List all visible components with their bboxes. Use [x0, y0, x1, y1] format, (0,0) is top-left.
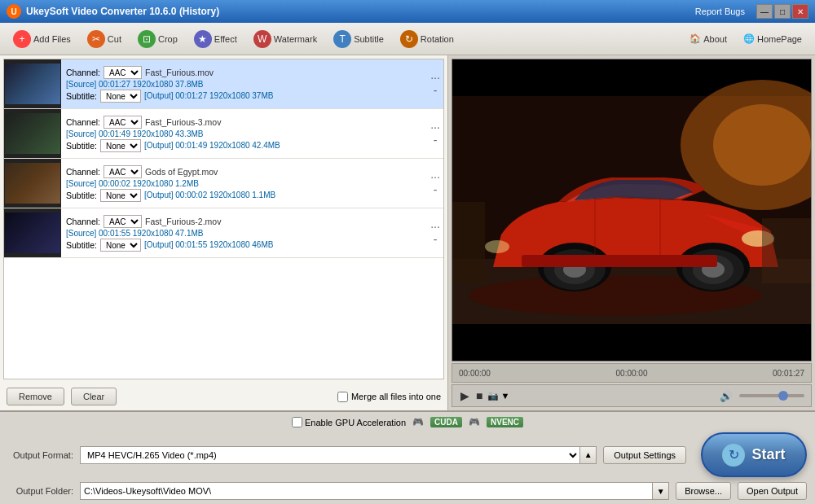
open-output-button[interactable]: Open Output — [738, 482, 807, 500]
remove-item-4[interactable]: - — [434, 234, 438, 245]
cut-button[interactable]: ✂ Cut — [81, 28, 128, 50]
watermark-button[interactable]: W Watermark — [247, 28, 324, 50]
effect-button[interactable]: ★ Effect — [187, 28, 244, 50]
channel-label-3: Channel: — [66, 167, 100, 177]
gpu-checkbox-label[interactable]: Enable GPU Acceleration — [292, 417, 406, 427]
format-select-container: MP4 HEVC/H.265 Video (*.mp4) ▲ — [80, 446, 597, 464]
app-title: UkeySoft Video Converter 10.6.0 (History… — [26, 6, 695, 17]
folder-arrow-button[interactable]: ▼ — [653, 482, 669, 500]
table-row[interactable]: Channel: AAC Fast_Furious.mov [Source] 0… — [4, 59, 443, 109]
merge-checkbox[interactable] — [337, 392, 348, 402]
close-button[interactable]: ✕ — [792, 4, 808, 19]
output-folder-label: Output Folder: — [8, 486, 73, 496]
thumbnail — [4, 159, 61, 208]
file-info: Channel: AAC Gods of Egypt.mov [Source] … — [61, 159, 427, 208]
folder-input-container: ▼ — [80, 482, 669, 500]
rotation-button[interactable]: ↻ Rotation — [394, 28, 460, 50]
file-list-panel: Channel: AAC Fast_Furious.mov [Source] 0… — [0, 55, 448, 410]
channel-select-1[interactable]: AAC — [104, 66, 142, 79]
maximize-button[interactable]: □ — [774, 4, 791, 19]
minimize-button[interactable]: — — [756, 4, 773, 19]
gpu-checkbox[interactable] — [292, 417, 302, 427]
about-icon: 🏠 — [689, 33, 701, 44]
subtitle-select-1[interactable]: None — [100, 90, 141, 103]
channel-select-3[interactable]: AAC — [104, 165, 142, 178]
folder-row: Output Folder: ▼ Browse... Open Output — [8, 482, 807, 500]
channel-select-4[interactable]: AAC — [104, 215, 142, 228]
add-files-icon: + — [13, 30, 31, 48]
subtitle-button[interactable]: T Subtitle — [327, 28, 390, 50]
clear-button[interactable]: Clear — [71, 388, 117, 405]
more-options-4[interactable]: ··· — [430, 221, 440, 232]
rotation-icon: ↻ — [400, 30, 418, 48]
volume-slider[interactable] — [739, 394, 804, 397]
merge-checkbox-label[interactable]: Merge all files into one — [337, 392, 441, 402]
rotation-label: Rotation — [421, 34, 454, 44]
format-select[interactable]: MP4 HEVC/H.265 Video (*.mp4) — [80, 446, 580, 464]
video-preview — [452, 59, 812, 362]
format-arrow-button[interactable]: ▲ — [580, 446, 597, 464]
report-bugs-link[interactable]: Report Bugs — [695, 7, 745, 16]
thumbnail — [4, 59, 61, 108]
play-button[interactable]: ▶ — [459, 389, 471, 402]
crop-label: Crop — [158, 34, 178, 44]
output-meta-1: [Output] 00:01:27 1920x1080 37MB — [144, 91, 273, 100]
cut-label: Cut — [108, 34, 121, 44]
folder-input[interactable] — [80, 482, 653, 500]
file-name-1: Fast_Furious.mov — [145, 68, 422, 77]
subtitle-icon: T — [333, 30, 351, 48]
file-actions-1: ··· - — [427, 59, 443, 108]
start-label: Start — [751, 446, 785, 463]
crop-button[interactable]: ⊡ Crop — [131, 28, 184, 50]
channel-select-2[interactable]: AAC — [104, 116, 142, 129]
table-row[interactable]: Channel: AAC Fast_Furious-2.mov [Source]… — [4, 208, 443, 258]
subtitle-select-3[interactable]: None — [100, 189, 141, 202]
file-actions-4: ··· - — [427, 208, 443, 257]
source-meta-3: [Source] 00:00:02 1920x1080 1.2MB — [66, 179, 199, 188]
player-controls: ▶ ■ 📷 ▼ 🔊 — [452, 384, 812, 407]
time-end: 00:01:27 — [773, 369, 804, 378]
subtitle-select-2[interactable]: None — [100, 139, 141, 152]
subtitle-select-4[interactable]: None — [100, 239, 141, 252]
file-name-2: Fast_Furious-3.mov — [145, 117, 422, 127]
channel-label-2: Channel: — [66, 117, 100, 127]
crop-icon: ⊡ — [138, 30, 156, 48]
gpu-acceleration-row: Enable GPU Acceleration 🎮 CUDA 🎮 NVENC — [8, 417, 807, 427]
file-name-4: Fast_Furious-2.mov — [145, 217, 422, 226]
output-meta-4: [Output] 00:01:55 1920x1080 46MB — [144, 240, 273, 249]
format-row: Output Format: MP4 HEVC/H.265 Video (*.m… — [8, 432, 807, 477]
start-button[interactable]: ↻ Start — [701, 432, 807, 477]
more-options-1[interactable]: ··· — [430, 72, 440, 83]
browse-button[interactable]: Browse... — [676, 482, 731, 500]
source-meta-1: [Source] 00:01:27 1920x1080 37.8MB — [66, 80, 203, 89]
file-info: Channel: AAC Fast_Furious.mov [Source] 0… — [61, 59, 427, 108]
remove-item-2[interactable]: - — [434, 134, 438, 146]
channel-label: Channel: — [66, 68, 100, 77]
app-icon: U — [7, 4, 21, 19]
output-meta-2: [Output] 00:01:49 1920x1080 42.4MB — [144, 141, 280, 150]
file-list[interactable]: Channel: AAC Fast_Furious.mov [Source] 0… — [3, 59, 444, 379]
table-row[interactable]: Channel: AAC Gods of Egypt.mov [Source] … — [4, 159, 443, 208]
thumbnail — [4, 208, 61, 257]
add-files-button[interactable]: + Add Files — [7, 28, 77, 50]
more-options-3[interactable]: ··· — [430, 171, 440, 182]
about-link[interactable]: 🏠 About — [683, 31, 734, 46]
title-bar: U UkeySoft Video Converter 10.6.0 (Histo… — [0, 0, 815, 23]
subtitle-label-4: Subtitle: — [66, 240, 97, 250]
gpu-label: Enable GPU Acceleration — [305, 418, 406, 427]
remove-item-1[interactable]: - — [434, 85, 438, 96]
remove-button[interactable]: Remove — [7, 388, 64, 405]
time-mid: 00:00:00 — [616, 369, 648, 378]
output-settings-button[interactable]: Output Settings — [603, 446, 686, 464]
thumb-image — [5, 64, 60, 104]
time-start: 00:00:00 — [459, 369, 491, 378]
stop-button[interactable]: ■ — [474, 389, 484, 402]
effect-label: Effect — [214, 34, 237, 44]
remove-item-3[interactable]: - — [434, 184, 438, 195]
subtitle-label: Subtitle — [354, 34, 384, 44]
cut-icon: ✂ — [87, 30, 105, 48]
table-row[interactable]: Channel: AAC Fast_Furious-3.mov [Source]… — [4, 109, 443, 159]
camera-dropdown[interactable]: 📷 ▼ — [487, 391, 509, 401]
homepage-link[interactable]: 🌐 HomePage — [737, 31, 808, 46]
more-options-2[interactable]: ··· — [430, 121, 440, 133]
